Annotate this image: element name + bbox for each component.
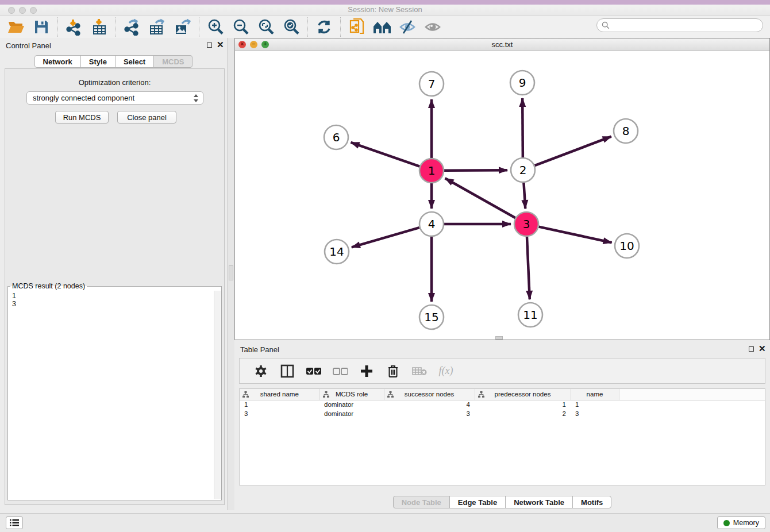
clone-network-button[interactable] (347, 17, 367, 37)
delete-table-button[interactable] (410, 361, 429, 381)
toolbar-separator (116, 17, 116, 37)
import-network-button[interactable] (64, 17, 84, 37)
import-network-icon (66, 18, 83, 36)
graph-edge-1-2[interactable] (444, 170, 507, 171)
graph-node-11[interactable]: 11 (518, 303, 542, 327)
graph-edge-2-3[interactable] (523, 183, 525, 209)
open-file-button[interactable] (6, 17, 26, 37)
graph-node-15[interactable]: 15 (419, 305, 444, 329)
deselect-checkboxes-button[interactable] (330, 361, 350, 381)
graph-node-8[interactable]: 8 (614, 119, 638, 143)
add-column-button[interactable] (357, 361, 376, 381)
svg-text:8: 8 (622, 124, 630, 138)
float-table-panel-icon[interactable] (749, 346, 754, 352)
graph-node-3[interactable]: 3 (514, 212, 538, 236)
zoom-fit-button[interactable] (256, 17, 276, 37)
show-all-button[interactable] (423, 17, 442, 37)
import-table-icon (91, 18, 107, 36)
graph-edge-4-14[interactable] (352, 228, 419, 247)
graph-node-7[interactable]: 7 (419, 72, 444, 96)
graph-node-2[interactable]: 2 (511, 158, 535, 182)
run-mcds-button[interactable]: Run MCDS (55, 111, 109, 124)
graph-node-1[interactable]: 1 (419, 159, 444, 183)
cell-name[interactable]: 1 (571, 400, 619, 409)
cell-name[interactable]: 3 (571, 409, 619, 418)
cell-predecessor-nodes[interactable]: 2 (475, 409, 571, 418)
graph-edge-2-8[interactable] (535, 137, 611, 166)
export-table-button[interactable] (148, 17, 167, 37)
hide-selected-button[interactable] (398, 17, 417, 37)
network-canvas[interactable]: 1234678910111415 (235, 51, 769, 340)
import-table-button[interactable] (90, 17, 109, 37)
close-panel-button[interactable]: Close panel (117, 111, 176, 124)
table-panel-title: Table Panel (240, 345, 279, 354)
canvas-splitter-grip[interactable] (495, 336, 503, 340)
mcds-result-list[interactable]: 1 3 (9, 291, 214, 499)
cell-mcds-role[interactable]: dominator (319, 409, 384, 418)
export-network-icon (124, 18, 141, 36)
graph-edge-3-1[interactable] (445, 178, 515, 218)
column-header-predecessor-nodes[interactable]: predecessor nodes (475, 389, 571, 400)
result-scrollbar[interactable] (214, 291, 221, 499)
table-row[interactable]: 1dominator411 (240, 400, 765, 409)
cell-shared-name[interactable]: 3 (240, 409, 319, 418)
tab-network-table[interactable]: Network Table (505, 496, 573, 508)
zoom-out-button[interactable] (231, 17, 251, 37)
vertical-splitter[interactable] (227, 38, 234, 510)
graph-node-10[interactable]: 10 (615, 234, 639, 258)
splitter-grip[interactable] (229, 265, 233, 280)
close-table-panel-icon[interactable]: ✕ (759, 344, 766, 354)
cell-successor-nodes[interactable]: 3 (384, 409, 475, 418)
close-panel-icon[interactable]: ✕ (217, 40, 224, 50)
save-icon (34, 20, 49, 34)
table-row[interactable]: 3dominator323 (240, 409, 765, 418)
column-header-name[interactable]: name (571, 389, 619, 400)
graph-edge-2-9[interactable] (522, 98, 523, 157)
cell-mcds-role[interactable]: dominator (319, 400, 384, 409)
save-session-button[interactable] (32, 17, 51, 37)
export-network-button[interactable] (122, 17, 142, 37)
cell-predecessor-nodes[interactable]: 1 (475, 400, 571, 409)
search-input[interactable] (610, 20, 763, 31)
zoom-selected-button[interactable] (282, 17, 301, 37)
graph-edge-1-6[interactable] (351, 142, 419, 167)
zoom-in-button[interactable] (206, 17, 225, 37)
zoom-out-icon (232, 18, 249, 36)
task-history-button[interactable] (6, 516, 23, 529)
table-settings-button[interactable] (251, 361, 271, 381)
delete-column-button[interactable] (383, 361, 403, 381)
first-neighbors-button[interactable] (372, 17, 392, 37)
graph-node-9[interactable]: 9 (510, 71, 534, 95)
graph-node-14[interactable]: 14 (325, 240, 349, 264)
cell-shared-name[interactable]: 1 (240, 400, 319, 409)
zoom-fit-icon (257, 18, 275, 36)
select-all-checkboxes-button[interactable] (304, 361, 324, 381)
split-panel-button[interactable] (278, 361, 297, 381)
column-type-icon (242, 391, 249, 398)
column-header-mcds-role[interactable]: MCDS role (319, 389, 384, 400)
search-box[interactable] (596, 18, 763, 32)
criterion-select[interactable]: strongly connected component (26, 91, 203, 105)
function-builder-button[interactable]: f(x) (436, 361, 456, 381)
column-header-successor-nodes[interactable]: successor nodes (384, 389, 475, 400)
tab-node-table[interactable]: Node Table (393, 496, 450, 508)
list-icon (10, 519, 19, 527)
zoom-in-icon (207, 18, 224, 36)
graph-edge-3-11[interactable] (527, 237, 530, 299)
tab-motifs[interactable]: Motifs (572, 496, 611, 508)
cell-successor-nodes[interactable]: 4 (384, 400, 475, 409)
column-header-shared-name[interactable]: shared name (240, 389, 319, 400)
main-toolbar (0, 16, 770, 38)
apply-layout-button[interactable] (314, 17, 334, 37)
tab-select[interactable]: Select (115, 55, 154, 68)
tab-network[interactable]: Network (34, 55, 81, 68)
tab-mcds[interactable]: MCDS (153, 55, 192, 68)
float-panel-icon[interactable] (207, 43, 212, 48)
tab-style[interactable]: Style (80, 55, 116, 68)
memory-button[interactable]: Memory (717, 516, 765, 529)
graph-edge-3-10[interactable] (538, 227, 611, 243)
export-image-button[interactable] (173, 17, 192, 37)
graph-node-4[interactable]: 4 (419, 212, 444, 236)
tab-edge-table[interactable]: Edge Table (449, 496, 506, 508)
graph-node-6[interactable]: 6 (324, 125, 348, 149)
